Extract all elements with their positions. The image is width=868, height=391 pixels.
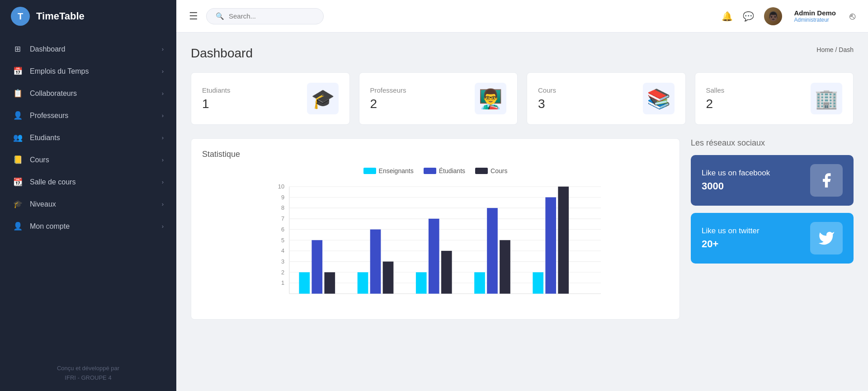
sidebar-item-etudiants[interactable]: 👥 Etudiants ›	[0, 127, 176, 149]
svg-rect-24	[324, 272, 335, 293]
sidebar-item-emplois[interactable]: 📅 Emplois du Temps ›	[0, 60, 176, 82]
chevron-icon-2: ›	[162, 68, 164, 75]
svg-rect-26	[370, 230, 381, 294]
content-area: Dashboard Home / Dash Etudiants 1 🎓 Prof…	[176, 33, 868, 391]
search-icon: 🔍	[216, 12, 224, 20]
stat-value-professeurs: 2	[370, 97, 406, 111]
legend-enseignants: Enseignants	[363, 167, 414, 174]
svg-text:6: 6	[281, 226, 284, 233]
svg-rect-35	[545, 197, 556, 293]
stat-value-salles: 2	[706, 97, 725, 111]
salle-icon: 📆	[13, 177, 23, 187]
chevron-icon-7: ›	[162, 179, 164, 185]
notification-icon[interactable]: 🔔	[722, 11, 733, 22]
twitter-icon	[818, 230, 835, 247]
chart-section: Statistique Enseignants Étudiants Cours	[191, 138, 680, 320]
stat-card-cours: Cours 3 📚	[527, 72, 686, 125]
stat-icon-etudiants: 🎓	[307, 83, 339, 114]
facebook-card[interactable]: Like us on facebook 3000	[691, 155, 854, 206]
svg-rect-32	[487, 208, 498, 294]
breadcrumb: Home / Dash	[816, 46, 854, 53]
dashboard-icon: ⊞	[13, 44, 23, 54]
stat-card-professeurs: Professeurs 2 👨‍🏫	[359, 72, 518, 125]
user-info: Admin Demo Administrateur	[794, 9, 836, 23]
sidebar-label-salle: Salle de cours	[30, 178, 75, 186]
sidebar-header: T TimeTable	[0, 0, 176, 33]
compte-icon: 👤	[13, 221, 23, 231]
chevron-icon-9: ›	[162, 223, 164, 230]
emplois-icon: 📅	[13, 66, 23, 76]
page-title: Dashboard	[191, 46, 253, 61]
niveaux-icon: 🎓	[13, 199, 23, 209]
sidebar-item-professeurs[interactable]: 👤 Professeurs ›	[0, 104, 176, 127]
search-bar: 🔍	[206, 8, 324, 24]
stat-icon-cours: 📚	[643, 83, 675, 114]
legend-dot-cours	[475, 168, 488, 174]
message-icon[interactable]: 💬	[743, 11, 754, 22]
facebook-icon-box	[810, 164, 843, 197]
chart-title: Statistique	[202, 150, 669, 159]
sidebar-label-dashboard: Dashboard	[30, 45, 65, 53]
logout-icon[interactable]: ⎋	[849, 10, 855, 22]
sidebar-label-cours: Cours	[30, 156, 49, 164]
svg-text:7: 7	[281, 215, 284, 222]
twitter-card[interactable]: Like us on twitter 20+	[691, 213, 854, 264]
stat-card-salles: Salles 2 🏢	[695, 72, 854, 125]
chevron-icon-5: ›	[162, 134, 164, 141]
facebook-info: Like us on facebook 3000	[702, 169, 770, 192]
legend-etudiants: Étudiants	[424, 167, 465, 174]
collaborateurs-icon: 📋	[13, 89, 23, 98]
topbar: ☰ 🔍 🔔 💬 👨🏿 Admin Demo Administrateur ⎋	[176, 0, 868, 33]
twitter-info: Like us on twitter 20+	[702, 226, 760, 250]
app-logo: T	[11, 7, 30, 26]
avatar: 👨🏿	[764, 7, 782, 25]
professeurs-icon: 👤	[13, 111, 23, 120]
etudiants-icon: 👥	[13, 133, 23, 142]
sidebar-item-collaborateurs[interactable]: 📋 Collaborateurs ›	[0, 82, 176, 104]
user-name: Admin Demo	[794, 9, 836, 17]
stat-label-etudiants: Etudiants	[202, 86, 231, 94]
svg-text:9: 9	[281, 194, 284, 201]
sidebar-item-niveaux[interactable]: 🎓 Niveaux ›	[0, 193, 176, 215]
sidebar-item-compte[interactable]: 👤 Mon compte ›	[0, 215, 176, 237]
chevron-icon-6: ›	[162, 156, 164, 163]
legend-dot-etudiants	[424, 168, 436, 174]
main-panel: ☰ 🔍 🔔 💬 👨🏿 Admin Demo Administrateur ⎋ D…	[176, 0, 868, 391]
sidebar-item-cours[interactable]: 📒 Cours ›	[0, 149, 176, 171]
hamburger-button[interactable]: ☰	[189, 10, 198, 22]
sidebar-label-collaborateurs: Collaborateurs	[30, 90, 77, 98]
svg-text:1: 1	[281, 279, 284, 286]
svg-text:8: 8	[281, 204, 284, 211]
svg-rect-22	[299, 272, 310, 293]
stat-card-etudiants: Etudiants 1 🎓	[191, 72, 350, 125]
chevron-icon-4: ›	[162, 112, 164, 119]
stat-label-professeurs: Professeurs	[370, 86, 406, 94]
legend-dot-enseignants	[363, 168, 376, 174]
svg-rect-31	[474, 272, 485, 293]
svg-text:4: 4	[281, 247, 284, 254]
chart-container: 10 9 8 7 6 5 4 3 2 1	[202, 182, 669, 308]
social-title: Les réseaux sociaux	[691, 138, 854, 148]
svg-rect-28	[416, 272, 427, 293]
sidebar: T TimeTable ⊞ Dashboard › 📅 Emplois du T…	[0, 0, 176, 391]
twitter-icon-box	[810, 222, 843, 254]
facebook-label: Like us on facebook	[702, 169, 770, 178]
app-title: TimeTable	[36, 10, 85, 22]
topbar-icons: 🔔 💬 👨🏿 Admin Demo Administrateur ⎋	[722, 7, 855, 25]
svg-rect-27	[383, 262, 394, 294]
chevron-icon-8: ›	[162, 201, 164, 207]
stat-value-etudiants: 1	[202, 97, 231, 111]
svg-rect-23	[311, 240, 322, 293]
svg-rect-34	[533, 272, 543, 293]
stats-row: Etudiants 1 🎓 Professeurs 2 👨‍🏫 Cours 3 …	[191, 72, 854, 125]
svg-text:2: 2	[281, 269, 284, 276]
sidebar-item-salle[interactable]: 📆 Salle de cours ›	[0, 171, 176, 193]
chevron-icon: ›	[162, 46, 164, 52]
svg-rect-33	[500, 240, 510, 293]
facebook-count: 3000	[702, 180, 770, 192]
sidebar-item-dashboard[interactable]: ⊞ Dashboard ›	[0, 38, 176, 60]
user-role: Administrateur	[794, 17, 836, 23]
twitter-label: Like us on twitter	[702, 226, 760, 236]
search-input[interactable]	[229, 12, 310, 20]
sidebar-label-compte: Mon compte	[30, 222, 70, 231]
